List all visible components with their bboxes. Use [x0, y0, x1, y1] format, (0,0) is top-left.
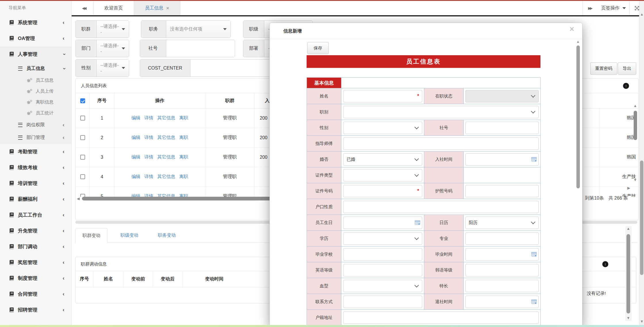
row-checkbox[interactable] [80, 116, 85, 121]
sidebar-item-人员上传-5[interactable]: 人员上传 [0, 86, 71, 97]
sidebar-item-制度管理-18[interactable]: 制度管理‹ [0, 270, 71, 286]
tab-欢迎首页[interactable]: 欢迎首页 [93, 1, 134, 16]
action-link-详情[interactable]: 详情 [144, 154, 153, 160]
input-联系方式[interactable] [343, 296, 422, 308]
input-户籍地址[interactable] [343, 311, 539, 324]
vscroll-down-arrow-icon[interactable]: ▼ [633, 178, 637, 182]
vscroll-thumb[interactable] [626, 234, 630, 313]
input-退社时间[interactable] [465, 296, 539, 308]
sidebar-item-奖惩管理-17[interactable]: 奖惩管理‹ [0, 255, 71, 270]
sidebar-item-薪酬福利-13[interactable]: 薪酬福利‹ [0, 191, 71, 207]
sidebar-item-部门管理-9[interactable]: 部门管理‹ [0, 131, 71, 144]
input-入社时间[interactable] [465, 153, 539, 166]
tabs-scroll-left-button[interactable]: ◀◀ [75, 1, 94, 16]
select-血型[interactable] [343, 280, 422, 292]
action-link-编辑[interactable]: 编辑 [131, 115, 140, 121]
calendar-icon[interactable] [531, 157, 537, 162]
bottom-tab-职务变动[interactable]: 职务变动 [151, 228, 183, 243]
tab-close-icon[interactable]: × [166, 5, 169, 11]
action-link-其它信息[interactable]: 其它信息 [157, 154, 175, 160]
collapse-up-icon[interactable]: ↑ [602, 261, 608, 267]
page-scroll-down-icon[interactable]: ▼ [640, 320, 644, 323]
action-link-其它信息[interactable]: 其它信息 [157, 115, 175, 121]
tab-operations-dropdown[interactable]: 页签操作 [598, 1, 629, 16]
dialog-close-icon[interactable]: × [570, 25, 574, 34]
sidebar-item-系统管理-0[interactable]: 系统管理‹ [0, 15, 71, 30]
sidebar-item-员工统计-7[interactable]: 员工统计 [0, 108, 71, 118]
bottom-tab-职级变动[interactable]: 职级变动 [114, 228, 145, 243]
scroll-right-arrow-icon[interactable]: ▶ [627, 186, 630, 190]
action-link-编辑[interactable]: 编辑 [131, 135, 140, 141]
filter-select-职务[interactable]: 没有选中任何项 [166, 21, 230, 38]
input-韩语等级[interactable] [465, 264, 539, 276]
employee-table-vscrollbar[interactable]: ▲ ▼ [632, 104, 639, 184]
sidebar-item-合同管理-19[interactable]: 合同管理‹ [0, 286, 71, 302]
calendar-icon[interactable] [531, 252, 537, 257]
row-checkbox[interactable] [80, 174, 85, 179]
select-all-checkbox[interactable] [80, 98, 85, 103]
action-link-离职[interactable]: 离职 [179, 174, 188, 180]
input-社号[interactable] [465, 122, 539, 134]
hscroll-left-arrow-icon[interactable]: ◀ [77, 197, 80, 200]
action-link-离职[interactable]: 离职 [179, 115, 188, 121]
input-指导师傅[interactable] [343, 137, 539, 150]
sidebar-item-岗位权限-8[interactable]: 岗位权限‹ [0, 118, 71, 131]
calendar-icon[interactable] [531, 299, 537, 304]
collapse-up-icon[interactable]: ↑ [623, 83, 629, 89]
action-link-离职[interactable]: 离职 [179, 135, 188, 141]
sidebar-item-员工工作台-14[interactable]: 员工工作台‹ [0, 207, 71, 223]
action-link-详情[interactable]: 详情 [144, 174, 153, 180]
sidebar-item-部门调动-16[interactable]: 部门调动‹ [0, 239, 71, 255]
input-员工生日[interactable] [343, 217, 422, 229]
page-scroll-thumb[interactable] [640, 160, 643, 275]
calendar-icon[interactable] [415, 220, 420, 225]
input-毕业学校[interactable] [343, 248, 422, 261]
hscroll-thumb[interactable] [82, 197, 276, 200]
filter-select-性别[interactable]: --请选择-- [97, 60, 129, 77]
select-在职状态[interactable] [465, 90, 539, 102]
sidebar-item-升免管理-15[interactable]: 升免管理‹ [0, 223, 71, 239]
select-学历[interactable] [343, 232, 422, 245]
sidebar-item-员工信息-4[interactable]: 员工信息 [0, 75, 71, 86]
sidebar-item-绩效考核-11[interactable]: 绩效考核‹ [0, 160, 71, 175]
toolbar-button-导出[interactable]: 导出 [618, 62, 636, 75]
filter-select-部门[interactable]: --请选择-- [97, 40, 129, 57]
row-checkbox[interactable] [80, 135, 85, 140]
sidebar-item-员工信息-3[interactable]: 员工信息‹ [0, 62, 71, 75]
sidebar-item-离职信息-6[interactable]: 离职信息 [0, 97, 71, 108]
tab-员工信息[interactable]: 员工信息× [134, 1, 180, 16]
bottom-green-scrollbar[interactable] [0, 325, 644, 327]
select-性别[interactable] [343, 122, 422, 134]
sidebar-item-人事管理-2[interactable]: 人事管理‹ [0, 46, 71, 62]
input-证件号码[interactable]: * [343, 185, 422, 197]
bottom-vscrollbar[interactable]: ▲ ▼ [625, 226, 632, 321]
vscroll-up-arrow-icon[interactable]: ▲ [633, 104, 637, 108]
select-婚否[interactable]: 已婚 [343, 153, 422, 166]
input-姓名[interactable]: * [343, 90, 422, 102]
vscroll-up-arrow-icon[interactable]: ▲ [576, 40, 580, 43]
input-特长[interactable] [465, 280, 539, 292]
input-毕业时间[interactable] [465, 248, 539, 261]
action-link-详情[interactable]: 详情 [144, 115, 153, 121]
bottom-tab-职群变动[interactable]: 职群变动 [75, 228, 108, 243]
filter-input-社号[interactable] [166, 40, 235, 57]
input-专业[interactable] [465, 232, 539, 245]
save-button[interactable]: 保存 [307, 42, 329, 54]
sidebar-item-OA管理-1[interactable]: OA管理‹ [0, 30, 71, 46]
input-英语等级[interactable] [343, 264, 422, 276]
sidebar-item-招聘管理-20[interactable]: 招聘管理‹ [0, 302, 71, 318]
input-护照号码[interactable] [465, 185, 539, 197]
action-link-其它信息[interactable]: 其它信息 [157, 135, 175, 141]
dialog-vscrollbar[interactable]: ▲ [576, 39, 581, 327]
action-link-编辑[interactable]: 编辑 [131, 154, 140, 160]
page-scroll-up-icon[interactable]: ▲ [640, 12, 644, 16]
row-checkbox[interactable] [80, 155, 85, 160]
vscroll-thumb[interactable] [634, 111, 637, 140]
sidebar-item-培训管理-12[interactable]: 培训管理‹ [0, 175, 71, 191]
vscroll-up-arrow-icon[interactable]: ▲ [626, 227, 630, 230]
sidebar-item-考勤管理-10[interactable]: 考勤管理‹ [0, 144, 71, 160]
select-职别[interactable] [343, 106, 539, 118]
action-link-详情[interactable]: 详情 [144, 135, 153, 141]
select-证件类型[interactable] [343, 169, 422, 181]
vscroll-thumb[interactable] [576, 45, 580, 188]
